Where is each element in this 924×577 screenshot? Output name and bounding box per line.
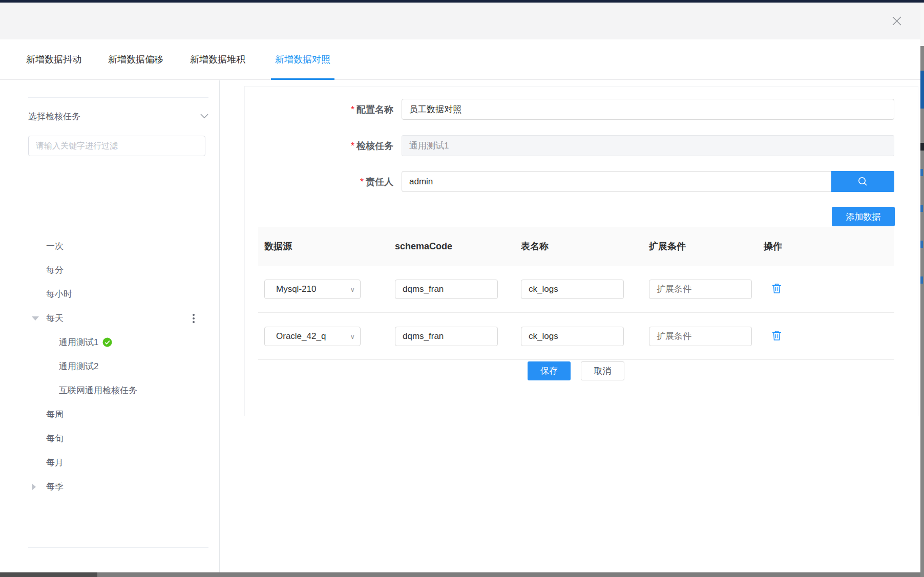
add-data-button[interactable]: 添加数据: [832, 207, 895, 226]
chevron-down-icon: [200, 114, 208, 119]
tab-data-jitter[interactable]: 新增数据抖动: [25, 39, 82, 79]
divider: [28, 97, 208, 98]
tree-item-general-test-1[interactable]: 通用测试1: [0, 330, 219, 354]
datasource-select-value: Mysql-210: [276, 284, 316, 294]
screen: 新增数据抖动 新增数据偏移 新增数据堆积 新增数据对照 选择检核任务 一次 每分: [0, 0, 924, 577]
sidebar-collapse-header[interactable]: 选择检核任务: [28, 107, 208, 125]
extcondition-input[interactable]: [649, 280, 752, 299]
check-task-label: *检核任务: [245, 140, 393, 152]
caret-down-icon[interactable]: [32, 316, 39, 320]
trash-icon: [772, 283, 782, 294]
tree-item-every-hour[interactable]: 每小时: [0, 282, 219, 306]
tablename-input[interactable]: [521, 280, 624, 299]
required-asterisk: *: [360, 177, 364, 187]
col-header-datasource: 数据源: [258, 240, 389, 252]
tree-item-label: 一次: [46, 240, 64, 252]
search-icon: [857, 176, 868, 187]
task-tree: 一次 每分 每小时 每天 通用测试1: [0, 234, 219, 499]
more-options-icon[interactable]: [191, 312, 197, 325]
tree-item-label: 通用测试1: [59, 336, 98, 348]
form-panel: *配置名称 *检核任务 *责任人 添加数据: [244, 86, 918, 416]
tree-item-label: 每天: [46, 312, 64, 324]
tree-item-label: 每季: [46, 481, 64, 493]
tab-label: 新增数据对照: [275, 53, 330, 66]
chevron-down-icon: ∨: [350, 332, 355, 340]
check-circle-icon: [102, 337, 112, 347]
tree-item-every-minute[interactable]: 每分: [0, 258, 219, 282]
table-row: Mysql-210 ∨: [258, 266, 894, 313]
data-table: 数据源 schemaCode 表名称 扩展条件 操作 Mysql-210 ∨: [258, 227, 894, 360]
tree-item-label: 每周: [46, 409, 64, 420]
col-header-schemacode: schemaCode: [389, 241, 515, 252]
required-asterisk: *: [351, 104, 354, 115]
tree-item-label: 互联网通用检核任务: [59, 384, 137, 396]
owner-input[interactable]: [402, 171, 831, 192]
datasource-select[interactable]: Oracle_42_q ∨: [264, 327, 361, 346]
required-asterisk: *: [351, 141, 354, 151]
tab-label: 新增数据偏移: [108, 53, 163, 66]
col-header-extcondition: 扩展条件: [643, 240, 758, 252]
owner-input-group: [402, 171, 894, 192]
owner-search-button[interactable]: [831, 171, 894, 192]
dialog-header: [0, 3, 920, 39]
tree-item-every-month[interactable]: 每月: [0, 451, 219, 475]
tree-item-label: 每月: [46, 457, 64, 468]
datasource-select-value: Oracle_42_q: [276, 331, 326, 341]
tab-data-accumulation[interactable]: 新增数据堆积: [189, 39, 246, 79]
owner-label: *责任人: [245, 176, 393, 188]
datasource-select[interactable]: Mysql-210 ∨: [264, 280, 361, 299]
config-name-input[interactable]: [402, 99, 894, 120]
caret-right-icon[interactable]: [32, 483, 36, 490]
background-page-bottom-edge: [0, 572, 920, 577]
tablename-input[interactable]: [521, 327, 624, 346]
trash-icon: [772, 330, 782, 341]
col-header-tablename: 表名称: [515, 240, 643, 252]
task-sidebar: 选择检核任务 一次 每分 每小时 每天: [0, 80, 220, 575]
divider: [28, 547, 208, 548]
tree-item-once[interactable]: 一次: [0, 234, 219, 258]
tree-item-internet-general-task[interactable]: 互联网通用检核任务: [0, 378, 219, 402]
tree-item-label: 每小时: [46, 288, 72, 300]
tab-label: 新增数据堆积: [190, 53, 245, 66]
tree-item-general-test-2[interactable]: 通用测试2: [0, 354, 219, 378]
tree-item-every-quarter[interactable]: 每季: [0, 475, 219, 499]
sidebar-title: 选择检核任务: [28, 111, 80, 122]
delete-row-button[interactable]: [771, 329, 783, 344]
tab-bar: 新增数据抖动 新增数据偏移 新增数据堆积 新增数据对照: [0, 39, 920, 80]
dialog: 新增数据抖动 新增数据偏移 新增数据堆积 新增数据对照 选择检核任务 一次 每分: [0, 3, 920, 572]
table-row: Oracle_42_q ∨: [258, 313, 894, 360]
cancel-button[interactable]: 取消: [581, 361, 624, 380]
check-task-input: [402, 135, 894, 156]
config-name-label: *配置名称: [245, 103, 393, 116]
tree-filter-input[interactable]: [28, 136, 205, 156]
tree-item-label: 每分: [46, 264, 64, 276]
tree-item-label: 通用测试2: [59, 360, 98, 372]
col-header-actions: 操作: [758, 240, 894, 252]
tree-item-label: 每旬: [46, 433, 64, 444]
tab-data-offset[interactable]: 新增数据偏移: [107, 39, 164, 79]
tab-label: 新增数据抖动: [26, 53, 81, 66]
schemacode-input[interactable]: [395, 327, 498, 346]
tree-item-every-day[interactable]: 每天: [0, 306, 219, 330]
save-button[interactable]: 保存: [528, 361, 571, 380]
tree-item-every-week[interactable]: 每周: [0, 402, 219, 426]
close-icon[interactable]: [890, 14, 904, 28]
table-header-row: 数据源 schemaCode 表名称 扩展条件 操作: [258, 227, 894, 266]
schemacode-input[interactable]: [395, 280, 498, 299]
tab-data-comparison[interactable]: 新增数据对照: [271, 39, 334, 79]
background-page-right-edge: [920, 3, 924, 577]
delete-row-button[interactable]: [771, 282, 783, 296]
tree-item-every-tenday[interactable]: 每旬: [0, 426, 219, 451]
chevron-down-icon: ∨: [350, 285, 355, 293]
extcondition-input[interactable]: [649, 327, 752, 346]
